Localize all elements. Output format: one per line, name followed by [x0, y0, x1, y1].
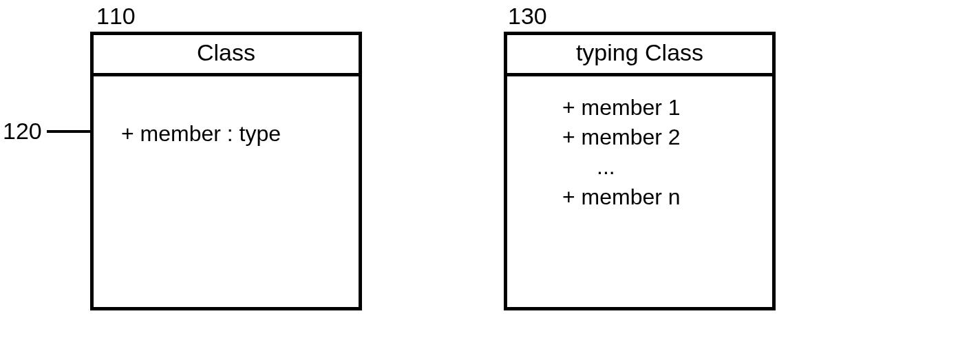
uml-class-box-right: typing Class + member 1 + member 2 ... +…	[504, 32, 776, 310]
reference-label-110: 110	[96, 3, 136, 30]
uml-class-box-left: Class + member : type	[90, 32, 362, 310]
leader-line-120	[47, 130, 94, 133]
uml-members-ellipsis: ...	[535, 152, 753, 182]
uml-class-title-left: Class	[94, 35, 359, 76]
uml-class-body-right: + member 1 + member 2 ... + member n	[507, 76, 772, 226]
uml-class-body-left: + member : type	[94, 76, 359, 162]
uml-class-title-right: typing Class	[507, 35, 772, 76]
uml-member-n: + member n	[535, 182, 753, 212]
reference-label-120: 120	[3, 118, 42, 145]
uml-member-left: + member : type	[121, 119, 339, 149]
reference-label-130: 130	[508, 3, 547, 30]
uml-member-2: + member 2	[535, 123, 753, 152]
uml-member-1: + member 1	[535, 93, 753, 123]
